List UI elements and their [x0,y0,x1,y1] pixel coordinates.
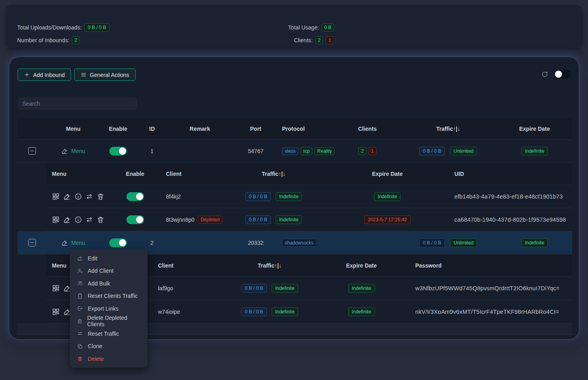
reload-icon[interactable] [541,71,549,78]
traffic-badge: 0 B / 0 B [419,147,445,156]
expire-badge: Indefinite [521,147,548,156]
menu-item-edit[interactable]: Edit [70,252,148,265]
clients-active-badge: 2 [358,147,367,155]
header-enable: Enable [100,118,136,139]
reset-traffic-icon[interactable] [85,193,93,201]
header-expire-date: Expire Date [324,163,451,185]
auto-refresh-toggle[interactable] [554,70,571,79]
inbound-port: 20332 [232,231,280,254]
stat-uploads-downloads: Total Uploads/Downloads: 0 B / 0 B [17,23,110,32]
menu-item-reset-traffic[interactable]: Reset Traffic [70,327,148,340]
client-row-8f4kj2: 8f4kj2 0 B / 0 B Indefinite Indefinite e… [46,185,572,208]
plus-icon [24,72,30,78]
export-icon [77,305,83,311]
qrcode-icon[interactable] [52,216,60,224]
protocol-tag: tcp [300,147,312,155]
client-enable-toggle[interactable] [126,192,144,201]
qrcode-icon[interactable] [52,308,60,316]
toggle-knob [136,193,143,200]
clients-table-1-header: Menu Enable Client Traffic↑|↓ Expire Dat… [46,163,572,185]
collapse-row-button[interactable] [28,147,36,155]
info-icon[interactable] [74,216,82,224]
traffic-badge: 0 B / 0 B [245,192,271,201]
stat-uploads-downloads-value: 0 B / 0 B [84,23,110,32]
stat-uploads-downloads-label: Total Uploads/Downloads: [17,24,82,31]
header-traffic-sortable[interactable]: Traffic↑|↓ [224,254,316,276]
inbound-enable-toggle[interactable] [109,147,127,156]
menu-bars-icon [81,72,87,78]
menu-item-clone[interactable]: Clone [70,340,148,353]
add-inbound-button[interactable]: Add Inbound [18,69,71,81]
edit-icon [61,148,68,155]
reset-traffic-icon[interactable] [85,216,93,224]
traffic-limit-badge: Unlimited [450,147,477,156]
stat-total-usage: Total Usage: 0 B [288,23,334,32]
traffic-limit-badge: Indefinite [276,192,302,201]
inbound-context-menu: Edit Add Client Add Bulk Reset Clients T… [70,250,148,368]
header-menu: Menu [46,118,100,139]
protocol-tag: Reality [314,147,335,155]
inbound-enable-toggle[interactable] [109,238,127,247]
inbound-menu-button[interactable]: Menu [61,148,85,155]
header-clients[interactable]: Clients [335,118,399,139]
trash-icon[interactable] [97,193,105,201]
menu-item-export-links[interactable]: Export Links [70,302,148,315]
inbound-remark [168,231,232,254]
add-inbound-label: Add Inbound [33,72,65,78]
collapse-row-button[interactable] [28,239,36,246]
header-expire-date: Expire Date [316,254,407,276]
minus-icon [30,242,34,243]
general-actions-button[interactable]: General Actions [74,69,136,81]
header-traffic-sortable[interactable]: Traffic↑|↓ [399,118,497,139]
edit-icon [61,239,68,246]
menu-item-delete[interactable]: Delete [70,352,148,365]
stat-clients: Clients: 2 1 [294,36,334,45]
search-input[interactable] [18,97,137,110]
stats-panel: Total Uploads/Downloads: 0 B / 0 B Numbe… [6,5,582,49]
header-traffic-sortable[interactable]: Traffic↑|↓ [224,163,324,185]
traffic-limit-badge: Unlimited [450,238,477,247]
protocol-tag: vless [282,147,298,155]
traffic-limit-badge: Indefinite [272,307,298,316]
menu-item-add-bulk[interactable]: Add Bulk [70,277,148,290]
traffic-limit-badge: Indefinite [272,284,298,293]
header-uid: UID [451,163,572,185]
stat-clients-depleted-badge: 1 [326,36,334,44]
menu-item-add-client[interactable]: Add Client [70,265,148,278]
copy-icon [77,343,83,349]
client-name: laf9go [150,277,224,300]
clipboard-check-icon [77,293,83,299]
header-client: Client [150,163,224,185]
client-password: w3NfbzUPf5WWd745Q8pvsmQrdrttT2IO6knuI7Di… [407,277,572,300]
header-menu: Menu [46,163,120,185]
qrcode-icon[interactable] [52,284,60,292]
stat-inbounds-count-value: 2 [72,36,80,44]
info-icon[interactable] [74,193,82,201]
menu-item-delete-depleted-clients[interactable]: Delete Depleted Clients [70,315,148,328]
users-icon [77,280,83,286]
toggle-knob [136,216,143,223]
traffic-limit-badge: Indefinite [276,215,302,224]
traffic-badge: 0 B / 0 B [419,238,445,247]
header-expire-date: Expire Date [497,118,572,139]
inbound-id: 1 [136,140,168,162]
client-enable-toggle[interactable] [126,215,144,224]
edit-icon[interactable] [63,193,71,201]
client-password: nkV/I/3XoAm9v6xMT/T5IcrF4TpeTKF98rHARbRo… [407,300,572,323]
header-client: Client [150,254,224,276]
menu-item-reset-clients-traffic[interactable]: Reset Clients Traffic [70,290,148,303]
client-name: 8t3wjnn8p0 [166,217,195,223]
inbound-menu-button[interactable]: Menu [61,239,85,246]
expire-badge: Indefinite [348,284,375,293]
stat-total-usage-label: Total Usage: [288,24,319,31]
header-port: Port [232,118,280,139]
edit-icon[interactable] [63,216,71,224]
client-uid: ca68470b-1940-437d-802b-1f9573e94598 [451,208,572,231]
header-enable: Enable [120,163,150,185]
trash-icon[interactable] [97,216,105,224]
client-name: 8f4kj2 [150,185,224,208]
user-add-icon [77,268,83,274]
header-protocol: Protocol [280,118,335,139]
qrcode-icon[interactable] [52,193,60,201]
stat-clients-active-badge: 2 [315,36,324,44]
